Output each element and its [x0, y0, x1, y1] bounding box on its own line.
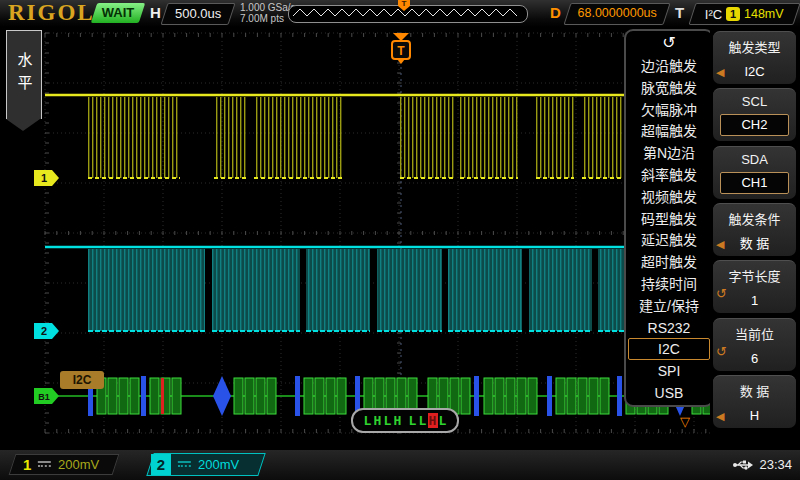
menu-item-[interactable]: 超时触发 [628, 251, 710, 273]
top-status-bar: RIGOL WAIT H 500.0us 1.000 GSa/s 7.00M p… [0, 0, 800, 27]
softkey-label: 当前位 [713, 324, 796, 343]
menu-item-[interactable]: 持续时间 [628, 273, 710, 295]
softkey-label: 触发类型 [713, 37, 796, 56]
clock-area: 23:34 [732, 457, 792, 472]
softkey-label: SCL [713, 94, 796, 109]
svg-text:1: 1 [41, 172, 47, 184]
left-arrow-icon: ◀ [716, 61, 724, 83]
value-box: CH1 [720, 172, 789, 194]
softkey-value: CH2 [721, 115, 788, 135]
softkey-value: 数 据 [713, 233, 796, 255]
svg-text:B1: B1 [38, 392, 50, 402]
trigger-type-text: I²C [705, 7, 722, 22]
left-arrow-icon: ◀ [716, 233, 724, 255]
rigol-logo: RIGOL [8, 0, 95, 26]
channel2-number: 2 [151, 454, 171, 475]
menu-item-[interactable]: 码型触发 [628, 208, 710, 230]
cycle-arrow-icon: ↺ [716, 344, 727, 359]
delay-label: D [550, 4, 561, 21]
menu-item-i2c[interactable]: I2C [628, 338, 710, 360]
i2c-data-pattern-readout: LHLHLLHL [351, 408, 459, 433]
coupling-icon [38, 461, 51, 469]
softkey-label: SDA [713, 152, 796, 167]
softkey-menu-panel: 触发类型◀I2CSCLCH2SDACH1触发条件◀数 据字节长度↺1当前位↺6数… [710, 27, 800, 450]
softkey-2[interactable]: SCLCH2 [713, 88, 796, 141]
pattern-bit-7: L [438, 413, 448, 428]
left-arrow-icon: ◀ [716, 405, 724, 427]
usb-icon [732, 459, 754, 471]
softkey-value: CH1 [721, 173, 788, 193]
trigger-delay-readout[interactable]: 68.0000000us [563, 3, 670, 25]
pattern-bit-0: L [363, 413, 373, 428]
trigger-level-text: 148mV [744, 7, 784, 21]
coupling-icon [178, 461, 191, 469]
channel1-indicator[interactable]: 1 200mV [9, 454, 120, 475]
trigger-type-menu: ↺ 边沿触发脉宽触发欠幅脉冲超幅触发第N边沿斜率触发视频触发码型触发延迟触发超时… [624, 29, 714, 407]
pattern-bit-6: H [428, 413, 438, 428]
bottom-channel-bar: 1 200mV 2 200mV 23:34 [0, 450, 800, 480]
acquisition-status-badge: WAIT [91, 3, 145, 23]
horizontal-menu-tab[interactable]: 水平 [6, 30, 42, 119]
softkey-3[interactable]: SDACH1 [713, 146, 796, 199]
oscilloscope-screen: RIGOL WAIT H 500.0us 1.000 GSa/s 7.00M p… [0, 0, 800, 480]
softkey-7[interactable]: 数 据◀H [713, 375, 796, 428]
channel1-number: 1 [23, 456, 31, 473]
channel2-scale: 200mV [198, 457, 239, 472]
horizontal-label: H [150, 4, 161, 21]
timebase-readout[interactable]: 500.0us [160, 3, 235, 25]
menu-item-[interactable]: 欠幅脉冲 [628, 99, 710, 121]
pattern-bit-2: L [383, 413, 393, 428]
menu-more-arrow-icon[interactable]: ▽ [680, 414, 690, 429]
menu-item-[interactable]: 建立/保持 [628, 295, 710, 317]
channel-markers[interactable]: 12B1 [34, 170, 59, 404]
softkey-4[interactable]: 触发条件◀数 据 [713, 203, 796, 256]
value-box: CH2 [720, 114, 789, 136]
menu-item-[interactable]: 视频触发 [628, 186, 710, 208]
channel1-scale: 200mV [58, 457, 99, 472]
pattern-bit-1: H [373, 413, 383, 428]
menu-item-[interactable]: 边沿触发 [628, 55, 710, 77]
menu-item-[interactable]: 超幅触发 [628, 120, 710, 142]
softkey-value: I2C [713, 61, 796, 83]
pattern-bit-3: H [393, 413, 403, 428]
menu-item-[interactable]: 斜率触发 [628, 164, 710, 186]
pattern-bit-4: L [408, 413, 418, 428]
clock-time: 23:34 [759, 457, 792, 472]
channel2-indicator[interactable]: 2 200mV [146, 453, 265, 476]
softkey-label: 数 据 [713, 381, 796, 400]
trigger-label: T [675, 4, 684, 21]
softkey-value: H [713, 405, 796, 427]
menu-item-[interactable]: 脉宽触发 [628, 77, 710, 99]
trigger-source-channel-badge: 1 [726, 7, 740, 21]
softkey-label: 触发条件 [713, 209, 796, 228]
svg-text:2: 2 [41, 325, 47, 337]
menu-item-rs232[interactable]: RS232 [628, 317, 710, 339]
horizontal-tab-label: 水平 [14, 52, 35, 98]
softkey-5[interactable]: 字节长度↺1 [713, 260, 796, 313]
menu-back-icon[interactable]: ↺ [626, 31, 712, 55]
cycle-arrow-icon: ↺ [716, 286, 727, 301]
softkey-label: 字节长度 [713, 266, 796, 285]
softkey-6[interactable]: 当前位↺6 [713, 318, 796, 371]
bus-protocol-badge: I2C [60, 371, 104, 389]
softkey-1[interactable]: 触发类型◀I2C [713, 31, 796, 84]
menu-item-n[interactable]: 第N边沿 [628, 142, 710, 164]
menu-item-usb[interactable]: USB [628, 382, 710, 404]
svg-text:T: T [397, 44, 405, 58]
menu-item-[interactable]: 延迟触发 [628, 229, 710, 251]
pattern-bit-5: L [418, 413, 428, 428]
menu-item-spi[interactable]: SPI [628, 360, 710, 382]
trigger-status-readout[interactable]: I²C 1 148mV [688, 3, 800, 25]
